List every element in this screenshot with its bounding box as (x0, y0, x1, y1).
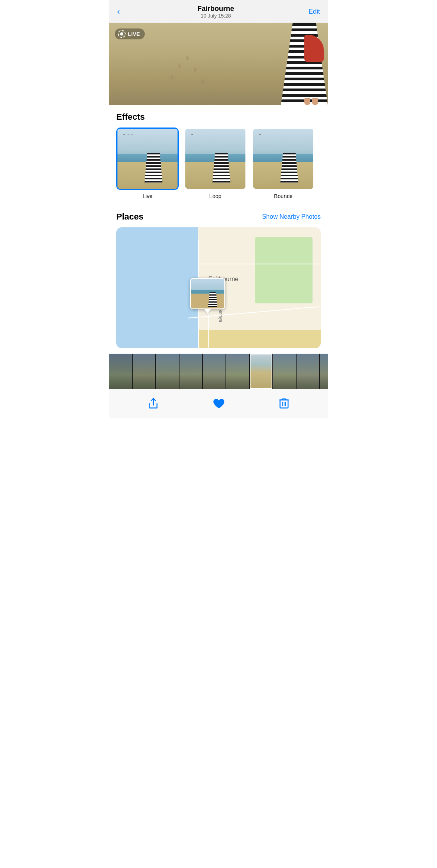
thumb-poncho-loop (212, 153, 230, 183)
toolbar (109, 389, 328, 418)
bird-bounce-1: ^ (259, 133, 261, 137)
bird-loop-1: ^ (191, 133, 193, 137)
photo-location-title: Fairbourne (197, 5, 234, 13)
share-icon (148, 398, 159, 409)
effect-thumb-inner-bounce: ^ (253, 129, 313, 189)
effect-label-live: Live (142, 193, 153, 199)
thumb-child-bounce (280, 153, 298, 183)
map-photo-pin[interactable] (190, 278, 225, 314)
thumb-birds-bounce: ^ (259, 133, 261, 137)
child-with-poncho (277, 23, 328, 105)
thumb-birds-loop: ^ (191, 133, 193, 137)
film-thumb-8[interactable] (297, 354, 319, 389)
thumb-birds: ^ ^ ^ (123, 133, 133, 137)
effects-title: Effects (116, 112, 145, 122)
places-section: Places Show Nearby Photos Fairbourne enr… (109, 205, 328, 348)
pin-photo-sand (191, 294, 224, 308)
map-view[interactable]: Fairbourne enrhyn (116, 227, 321, 348)
delete-button[interactable] (276, 395, 292, 413)
photo-date-time: 10 July 15:28 (197, 13, 234, 19)
effect-label-bounce: Bounce (274, 193, 292, 199)
effects-row: ^ ^ ^ Live ^ (116, 128, 321, 205)
effect-thumb-live[interactable]: ^ ^ ^ (116, 128, 179, 190)
thumb-child-live (144, 153, 162, 183)
film-thumb-active[interactable] (250, 354, 272, 389)
filmstrip (109, 354, 328, 389)
pin-photo-child (208, 292, 217, 307)
film-thumb-7[interactable] (273, 354, 296, 389)
bird-icon-3: ^ (131, 133, 133, 137)
bird-icon-2: ^ (127, 133, 130, 137)
film-thumb-4[interactable] (203, 354, 226, 389)
film-thumb-9[interactable] (320, 354, 328, 389)
film-thumb-5[interactable] (226, 354, 249, 389)
thumb-poncho-live (144, 153, 162, 183)
live-dot (120, 32, 123, 35)
share-button[interactable] (145, 395, 162, 413)
effect-item-loop[interactable]: ^ Loop (184, 128, 247, 199)
road-horizontal-1 (198, 264, 321, 264)
effect-thumb-inner-loop: ^ (185, 129, 245, 189)
effect-thumb-bounce[interactable]: ^ (252, 128, 314, 190)
pin-tail (204, 309, 211, 314)
effect-item-live[interactable]: ^ ^ ^ Live (116, 128, 179, 199)
film-overlay-3 (179, 354, 202, 389)
trash-icon (279, 398, 289, 409)
pin-photo-thumbnail (190, 278, 225, 309)
live-text: LIVE (128, 31, 140, 37)
places-title: Places (116, 212, 144, 222)
film-overlay-1 (133, 354, 155, 389)
effects-section: Effects ^ ^ ^ Live (109, 105, 328, 205)
live-badge[interactable]: LIVE (115, 28, 145, 39)
edit-button[interactable]: Edit (309, 8, 320, 16)
film-overlay-2 (156, 354, 179, 389)
live-icon (118, 30, 126, 38)
effects-header: Effects (116, 112, 321, 122)
thumb-child-loop (212, 153, 230, 183)
effect-thumb-loop[interactable]: ^ (184, 128, 247, 190)
bird-icon-1: ^ (123, 133, 125, 137)
film-thumb-0[interactable] (109, 354, 132, 389)
effect-thumb-inner-live: ^ ^ ^ (117, 129, 178, 189)
back-button[interactable]: ‹ (117, 5, 123, 18)
film-overlay-5 (226, 354, 249, 389)
effect-item-bounce[interactable]: ^ Bounce (252, 128, 314, 199)
header: ‹ Fairbourne 10 July 15:28 Edit (109, 0, 328, 23)
film-thumb-3[interactable] (179, 354, 202, 389)
show-nearby-photos-button[interactable]: Show Nearby Photos (262, 213, 321, 220)
header-center: Fairbourne 10 July 15:28 (197, 5, 234, 19)
places-header: Places Show Nearby Photos (116, 212, 321, 222)
photo-view[interactable]: LIVE (109, 23, 328, 105)
heart-icon (213, 398, 225, 409)
effect-label-loop: Loop (209, 193, 221, 199)
film-overlay-7 (273, 354, 296, 389)
film-overlay-0 (109, 354, 132, 389)
thumb-poncho-bounce (280, 153, 298, 183)
film-overlay-4 (203, 354, 226, 389)
film-overlay-9 (320, 354, 328, 389)
film-overlay-8 (297, 354, 319, 389)
film-thumb-1[interactable] (133, 354, 155, 389)
film-thumb-2[interactable] (156, 354, 179, 389)
like-button[interactable] (210, 395, 228, 412)
